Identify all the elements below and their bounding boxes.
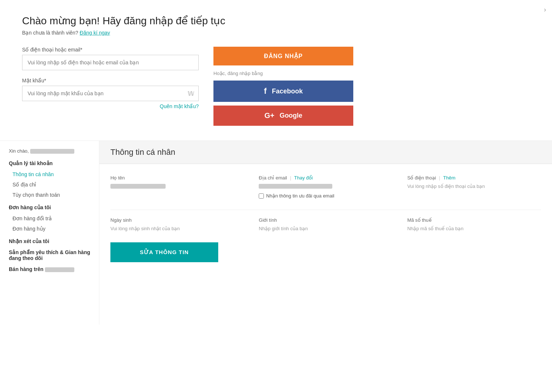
phone-field-group: Số điện thoại hoặc email*: [22, 47, 199, 70]
full-name-col: Họ tên: [110, 175, 244, 199]
profile-row-1: Họ tên Địa chỉ email | Thay đổi Nhận thô…: [110, 175, 541, 199]
sidebar: Xin chào, Quản lý tài khoản Thông tin cá…: [0, 141, 99, 325]
login-button[interactable]: ĐĂNG NHẬP: [213, 47, 353, 65]
sidebar-hello: Xin chào,: [9, 148, 90, 154]
email-change-link[interactable]: Thay đổi: [294, 175, 313, 181]
tax-label: Mã số thuế: [407, 217, 541, 223]
or-text: Hoặc, đăng nhập bằng: [213, 71, 353, 76]
register-prompt: Bạn chưa là thành viên? Đăng kí ngay: [22, 30, 530, 36]
profile-form: Họ tên Địa chỉ email | Thay đổi Nhận thô…: [99, 164, 552, 273]
google-login-button[interactable]: G+ Google: [213, 106, 353, 126]
sidebar-my-reviews: Nhận xét của tôi: [9, 238, 90, 244]
password-input[interactable]: [22, 86, 199, 101]
email-col: Địa chỉ email | Thay đổi Nhận thông tin …: [259, 175, 392, 199]
sidebar-item-payment[interactable]: Tùy chọn thanh toán: [9, 190, 90, 199]
email-subscribe-row: Nhận thông tin ưu đãi qua email: [259, 193, 392, 199]
sidebar-favorites: Sản phẩm yêu thích & Gian hàng đang theo…: [9, 249, 90, 261]
sidebar-item-address[interactable]: Số địa chỉ: [9, 180, 90, 189]
phone-add-link[interactable]: Thêm: [443, 175, 455, 181]
email-value: [259, 184, 332, 189]
facebook-icon: f: [264, 86, 266, 96]
sidebar-my-orders: Đơn hàng của tôi: [9, 204, 90, 210]
birthday-col: Ngày sinh Vui lòng nhập sinh nhật của bạ…: [110, 217, 244, 231]
save-button[interactable]: SỬA THÔNG TIN: [110, 242, 218, 262]
chevron-icon: ›: [544, 6, 546, 14]
phone-col: Số điện thoại | Thêm Vui lòng nhập số đi…: [407, 175, 541, 199]
sidebar-account-management: Quản lý tài khoản: [9, 160, 90, 166]
birthday-placeholder: Vui lòng nhập sinh nhật của bạn: [110, 226, 244, 231]
main-content: Thông tin cá nhân Họ tên Địa chỉ email |…: [99, 141, 552, 325]
register-link[interactable]: Đăng kí ngay: [80, 30, 110, 36]
profile-title: Thông tin cá nhân: [110, 147, 541, 157]
user-name-blurred: [30, 149, 74, 154]
sell-on-blurred: [45, 267, 74, 272]
forgot-password-link[interactable]: Quên mật khẩu?: [160, 103, 199, 109]
gender-label: Giới tính: [259, 217, 392, 223]
gender-col: Giới tính Nhập giới tính của bạn: [259, 217, 392, 231]
gender-placeholder: Nhập giới tính của bạn: [259, 226, 392, 231]
login-title: Chào mừng bạn! Hãy đăng nhập để tiếp tục: [22, 15, 530, 27]
email-subscribe-label: Nhận thông tin ưu đãi qua email: [266, 193, 334, 199]
profile-header: Thông tin cá nhân: [99, 141, 552, 164]
phone-input[interactable]: [22, 55, 199, 70]
tax-placeholder: Nhập mã số thuế của bạn: [407, 226, 541, 231]
tax-col: Mã số thuế Nhập mã số thuế của bạn: [407, 217, 541, 231]
full-name-value: [110, 184, 166, 189]
sidebar-item-cancelled-orders[interactable]: Đơn hàng hủy: [9, 224, 90, 233]
form-divider: [110, 210, 541, 210]
sidebar-item-return-orders[interactable]: Đơn hàng đổi trả: [9, 214, 90, 223]
full-name-label: Họ tên: [110, 175, 244, 181]
password-wrapper: 𝕎: [22, 86, 199, 101]
phone-label: Số điện thoại hoặc email*: [22, 47, 199, 53]
password-field-group: Mật khẩu* 𝕎 Quên mật khẩu?: [22, 78, 199, 109]
sidebar-item-personal-info[interactable]: Thông tin cá nhân: [9, 170, 90, 179]
google-icon: G+: [264, 111, 274, 120]
sidebar-sell-on: Bán hàng trên: [9, 266, 90, 272]
password-label: Mật khẩu*: [22, 78, 199, 83]
eye-icon[interactable]: 𝕎: [188, 90, 194, 97]
email-subscribe-checkbox[interactable]: [259, 193, 264, 199]
profile-row-2: Ngày sinh Vui lòng nhập sinh nhật của bạ…: [110, 217, 541, 231]
facebook-login-button[interactable]: f Facebook: [213, 81, 353, 102]
phone-field-label: Số điện thoại | Thêm: [407, 175, 541, 181]
forgot-link-wrapper: Quên mật khẩu?: [22, 103, 199, 109]
birthday-label: Ngày sinh: [110, 217, 244, 223]
email-label: Địa chỉ email | Thay đổi: [259, 175, 392, 181]
phone-placeholder-text: Vui lòng nhập số điện thoại của bạn: [407, 183, 541, 189]
